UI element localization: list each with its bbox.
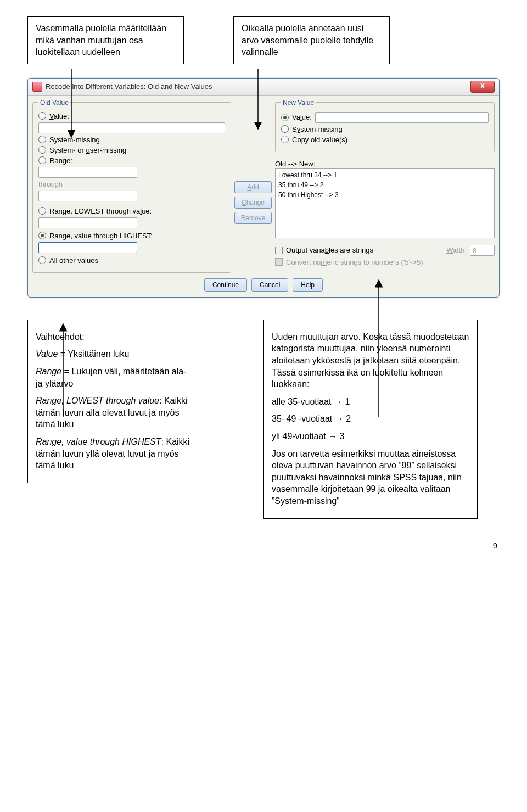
callout-bottom-left: Vaihtoehdot: Value = Yksittäinen luku Ra…: [27, 320, 203, 483]
chk-convert-numeric: [275, 258, 283, 266]
new-value-group: New Value Value: System-missing Copy old…: [275, 99, 495, 152]
page-number: 9: [27, 541, 500, 550]
mapping-buttons: Add Change Remove: [234, 181, 272, 224]
label-range: Range:: [49, 156, 72, 165]
right-item: yli 49-vuotiaat → 3: [272, 430, 469, 443]
old-value-group: Old Value Value: System-missing System- …: [32, 99, 231, 273]
input-range-from[interactable]: [38, 167, 137, 178]
mapping-row[interactable]: Lowest thru 34 --> 1: [278, 170, 491, 180]
radio-new-system-missing[interactable]: [281, 125, 289, 133]
mapping-row[interactable]: 50 thru Highest --> 3: [278, 190, 491, 200]
new-value-legend: New Value: [281, 99, 316, 107]
chk-output-strings[interactable]: [275, 247, 283, 254]
input-new-value[interactable]: [315, 112, 489, 123]
callout-top-right: Oikealla puolella annetaan uusi arvo vas…: [233, 16, 390, 64]
add-button[interactable]: Add: [234, 181, 272, 193]
label-convert-numeric: Convert numeric strings to numbers ('5'-…: [286, 258, 423, 266]
label-system-missing: System-missing: [49, 136, 100, 144]
mapping-row[interactable]: 35 thru 49 --> 2: [278, 180, 491, 190]
titlebar: Recode into Different Variables: Old and…: [28, 79, 499, 96]
label-old-value: Value:: [49, 112, 69, 120]
input-range-to[interactable]: [38, 191, 137, 201]
opt-desc: = Yksittäinen luku: [58, 349, 129, 359]
radio-copy-old[interactable]: [281, 136, 289, 143]
opt-term: Range: [36, 367, 61, 376]
input-range-highest[interactable]: [38, 242, 137, 253]
right-item: 35–49 -vuotiaat → 2: [272, 413, 469, 425]
options-heading: Vaihtoehdot:: [36, 331, 195, 343]
label-range-highest: Range, value through HIGHEST:: [49, 232, 153, 240]
continue-button[interactable]: Continue: [204, 278, 247, 292]
callout-top-left: Vasemmalla puolella määritellään mikä va…: [27, 16, 184, 64]
dialog-footer: Continue Cancel Help: [28, 275, 499, 297]
spss-app-icon: [32, 82, 42, 92]
radio-system-or-user-missing[interactable]: [38, 146, 46, 154]
opt-term: Value: [36, 349, 58, 359]
input-width: 8: [470, 245, 495, 256]
old-value-legend: Old Value: [38, 99, 70, 107]
radio-all-other[interactable]: [38, 256, 46, 264]
label-new-system-missing: System-missing: [292, 125, 343, 133]
close-button[interactable]: X: [470, 81, 495, 93]
input-old-value[interactable]: [38, 122, 225, 133]
right-p2: Jos on tarvetta esimerkiksi muuttaa aine…: [272, 448, 469, 507]
label-all-other: All other values: [49, 256, 98, 265]
radio-range-lowest[interactable]: [38, 207, 46, 215]
label-width: Width:: [446, 246, 467, 254]
label-system-or-user-missing: System- or user-missing: [49, 146, 126, 154]
label-output-strings: Output variables are strings: [286, 246, 373, 254]
right-item: alle 35-vuotiaat → 1: [272, 396, 469, 408]
label-through: through: [38, 180, 225, 188]
remove-button[interactable]: Remove: [234, 212, 272, 224]
opt-term: Range, LOWEST through value: [36, 396, 159, 405]
dialog-title: Recode into Different Variables: Old and…: [46, 82, 212, 91]
mapping-listbox[interactable]: Lowest thru 34 --> 1 35 thru 49 --> 2 50…: [275, 168, 495, 238]
radio-new-value[interactable]: [281, 114, 289, 121]
help-button[interactable]: Help: [293, 278, 323, 292]
label-range-lowest: Range, LOWEST through value:: [49, 207, 152, 215]
change-button[interactable]: Change: [234, 197, 272, 209]
radio-range-highest[interactable]: [38, 232, 46, 239]
cancel-button[interactable]: Cancel: [251, 278, 288, 292]
recode-dialog: Recode into Different Variables: Old and…: [27, 78, 500, 298]
callout-bottom-right: Uuden muuttujan arvo. Koska tässä muodos…: [264, 320, 478, 519]
label-new-value: Value:: [292, 113, 312, 121]
radio-range[interactable]: [38, 156, 46, 164]
label-old-new: Old --> New:: [275, 160, 495, 168]
radio-system-missing[interactable]: [38, 136, 46, 143]
label-copy-old: Copy old value(s): [292, 136, 347, 144]
radio-old-value[interactable]: [38, 112, 46, 120]
opt-term: Range, value through HIGHEST: [36, 437, 161, 446]
input-range-lowest[interactable]: [38, 217, 137, 228]
right-p1: Uuden muuttujan arvo. Koska tässä muodos…: [272, 331, 469, 390]
